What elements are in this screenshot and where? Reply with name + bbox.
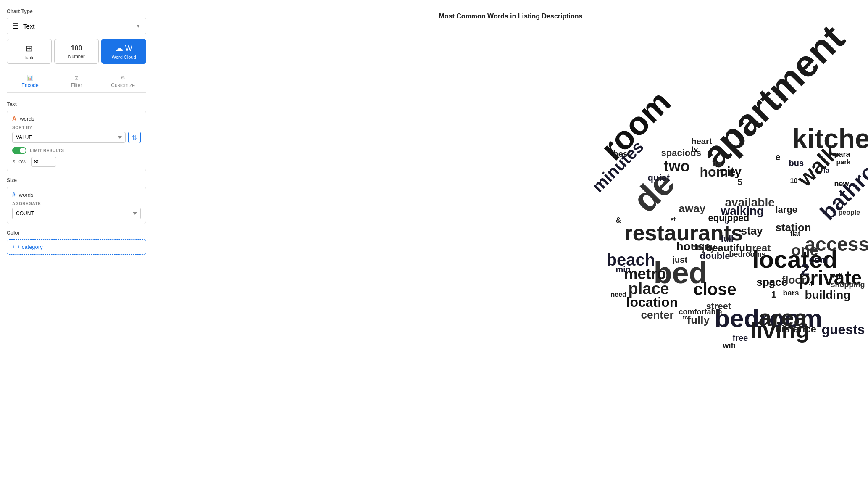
size-field-name: words (19, 192, 34, 198)
word-item: shopping (831, 281, 865, 288)
customize-label: Customize (111, 82, 135, 88)
aggregate-select[interactable]: COUNT SUM AVG MIN MAX (12, 208, 141, 219)
customize-icon: ⚙ (121, 75, 125, 81)
chart-title: Most Common Words in Listing Description… (439, 13, 583, 20)
limit-label: LIMIT RESULTS (30, 148, 64, 153)
word-item: bus (789, 159, 804, 167)
word-item: e (776, 153, 781, 162)
word-item: la (824, 167, 829, 174)
table-btn-label: Table (24, 55, 34, 60)
word-item: et (671, 216, 676, 222)
limit-toggle[interactable] (12, 147, 26, 154)
table-btn-icon: ⊞ (26, 43, 33, 53)
word-item: wifi (723, 342, 736, 349)
word-item: just (673, 256, 688, 264)
word-item: guests (822, 323, 865, 336)
selected-chart-type: Text (23, 23, 35, 30)
encode-section: Text A words SORT BY VALUE ALPHABETICAL … (7, 101, 146, 255)
word-item: 1 (771, 290, 776, 299)
word-item: 5 (738, 178, 742, 186)
size-field-icon: # (12, 191, 16, 198)
word-item: center (641, 309, 674, 320)
filter-icon: ⧖ (75, 75, 78, 81)
limit-row: LIMIT RESULTS (12, 147, 141, 154)
text-section-label: Text (7, 101, 146, 107)
word-item: new (834, 180, 849, 187)
tab-filter[interactable]: ⧖ Filter (53, 71, 100, 92)
word-cloud: apartmentkitchenroomdebathroomwalkrestau… (347, 29, 675, 323)
text-section: Text A words SORT BY VALUE ALPHABETICAL … (7, 101, 146, 171)
word-item: location (626, 295, 678, 309)
chart-sub-buttons: ⊞ Table 100 Number ☁ W Word Cloud (7, 39, 146, 64)
text-field-name: words (20, 116, 34, 122)
sidebar: Chart Type ☰ Text ▼ ⊞ Table 100 Number ☁… (0, 0, 153, 485)
add-category-label: + category (17, 244, 43, 250)
sort-direction-button[interactable]: ⇅ (128, 132, 141, 143)
encode-label: Encode (21, 82, 39, 88)
word-item: beautiful (706, 243, 748, 253)
word-item: best (613, 150, 631, 158)
aggregate-label: AGGREGATE (12, 201, 141, 206)
wordcloud-btn-icon: ☁ W (116, 44, 132, 53)
size-section: Size # words AGGREGATE COUNT SUM AVG MIN… (7, 177, 146, 224)
number-button[interactable]: 100 Number (54, 39, 99, 64)
wordcloud-button[interactable]: ☁ W Word Cloud (101, 39, 146, 64)
word-item: large (776, 205, 798, 214)
word-item: 10 (790, 178, 798, 185)
show-row: SHOW: (12, 157, 141, 167)
word-item: distance (776, 324, 816, 334)
word-item: building (805, 289, 851, 301)
word-item: need (611, 291, 626, 298)
word-item: bars (783, 289, 799, 297)
word-item: away (679, 203, 706, 214)
word-item: city (720, 165, 742, 178)
number-btn-label: Number (68, 54, 84, 59)
word-item: 3 (769, 280, 775, 290)
tab-encode[interactable]: 📊 Encode (7, 71, 53, 92)
chart-type-label: Chart Type (7, 8, 146, 14)
number-btn-badge: 100 (71, 45, 82, 52)
size-field-box: # words AGGREGATE COUNT SUM AVG MIN MAX (7, 187, 146, 224)
encode-icon: 📊 (27, 75, 33, 81)
word-item: min (616, 265, 631, 274)
table-button[interactable]: ⊞ Table (7, 39, 52, 64)
color-section-label: Color (7, 230, 146, 236)
word-item: stay (741, 225, 763, 236)
word-item: close (694, 281, 736, 298)
filter-label: Filter (71, 82, 82, 88)
add-icon: + (12, 244, 16, 250)
word-item: equipped (708, 214, 750, 223)
word-item: fully (687, 314, 710, 325)
chart-type-dropdown[interactable]: ☰ Text ▼ (7, 18, 146, 34)
word-item: 4 (809, 281, 813, 287)
sort-select[interactable]: VALUE ALPHABETICAL COUNT (12, 132, 126, 143)
add-category-button[interactable]: + + category (7, 239, 146, 255)
word-item: people (839, 209, 860, 216)
main-content: Most Common Words in Listing Description… (153, 0, 868, 485)
size-section-label: Size (7, 177, 146, 183)
text-field-box: A words SORT BY VALUE ALPHABETICAL COUNT… (7, 111, 146, 171)
word-item: com (809, 256, 828, 265)
word-item: free (733, 334, 748, 342)
word-item: park (836, 159, 851, 166)
word-item: well (830, 272, 843, 279)
word-item: o (725, 219, 729, 225)
word-item: heart (692, 137, 712, 145)
word-item: floor (782, 274, 806, 285)
word-item: two (664, 159, 690, 174)
sort-row: VALUE ALPHABETICAL COUNT ⇅ (12, 132, 141, 143)
table-icon: ☰ (12, 21, 19, 31)
show-input[interactable] (31, 157, 56, 167)
text-field-icon: A (12, 115, 16, 122)
word-item: tv (692, 145, 698, 153)
word-item: para (834, 150, 850, 158)
word-item: & (616, 216, 621, 224)
wordcloud-btn-label: Word Cloud (112, 55, 136, 60)
word-item: quiet (648, 173, 670, 182)
dropdown-chevron-icon: ▼ (136, 23, 141, 29)
color-section: Color + + category (7, 230, 146, 255)
text-field-row: A words (12, 115, 141, 122)
word-item: flat (790, 230, 800, 237)
tab-customize[interactable]: ⚙ Customize (100, 71, 146, 92)
tab-row: 📊 Encode ⧖ Filter ⚙ Customize (7, 71, 146, 93)
